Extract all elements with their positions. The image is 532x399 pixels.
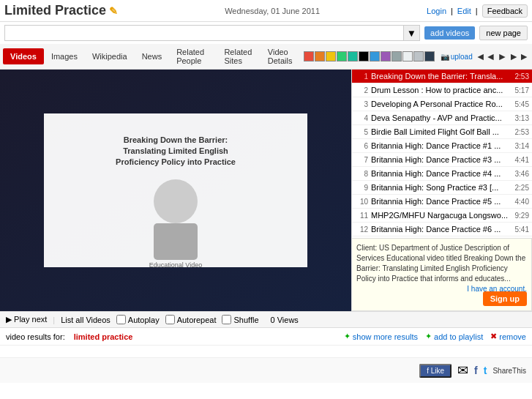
facebook-share-btn[interactable]: f	[474, 365, 478, 376]
autorepeat-checkbox[interactable]	[165, 315, 175, 324]
search-dropdown-btn[interactable]: ▼	[404, 25, 420, 41]
svg-text:Translating Limited English: Translating Limited English	[123, 146, 228, 155]
color-swatches	[304, 51, 435, 61]
playlist-item[interactable]: 1 Breaking Down the Barrier: Transla... …	[352, 70, 532, 83]
playlist-item-duration: 4:40	[515, 198, 529, 206]
play-btn[interactable]: ►	[497, 51, 507, 62]
search-input[interactable]	[4, 25, 404, 41]
video-player: Breaking Down the Barrier: Translating L…	[0, 70, 351, 311]
login-link[interactable]: Login	[427, 7, 446, 15]
app-title: Limited Practice ✎	[4, 3, 118, 18]
playlist-item[interactable]: 4 Deva Senapathy - AVP and Practic... 3:…	[352, 111, 532, 125]
tab-related-people[interactable]: Related People	[169, 44, 217, 69]
playlist-item-duration: 9:29	[515, 212, 529, 220]
edit-pencil-icon[interactable]: ✎	[109, 5, 118, 17]
color-swatch-3[interactable]	[337, 51, 347, 61]
controls-bar: ▶ Play next | List all Videos Autoplay A…	[0, 311, 532, 328]
playlist-item-num: 10	[355, 198, 368, 206]
search-container: ▼	[4, 25, 420, 41]
share-this-btn[interactable]: ShareThis	[492, 367, 526, 375]
prev-btn[interactable]: ◄◄	[476, 51, 496, 62]
autoplay-control[interactable]: Autoplay	[116, 315, 160, 324]
edit-link[interactable]: Edit	[457, 7, 471, 15]
playlist-item[interactable]: 6 Britannia High: Dance Practice #1 ... …	[352, 139, 532, 153]
add-videos-button[interactable]: add videos	[424, 26, 475, 40]
facebook-like-btn[interactable]: f Like	[419, 364, 452, 378]
playlist-item-num: 11	[355, 212, 368, 220]
playlist-item-title: Britannia High: Dance Practice #5 ...	[368, 197, 515, 206]
add-to-playlist-link[interactable]: ✦ add to playlist	[425, 332, 483, 341]
playlist-item-title: Drum Lesson : How to practice anc...	[368, 86, 515, 94]
playlist-item[interactable]: 10 Britannia High: Dance Practice #5 ...…	[352, 195, 532, 209]
playlist-item[interactable]: 9 Britannia High: Song Practice #3 [... …	[352, 181, 532, 195]
playlist-item-num: 8	[355, 170, 368, 178]
playlist-item-title: Britannia High: Dance Practice #3 ...	[368, 155, 515, 164]
signup-button[interactable]: Sign up	[483, 291, 527, 306]
svg-rect-6	[154, 223, 198, 260]
tab-news[interactable]: News	[135, 48, 170, 64]
color-swatch-9[interactable]	[402, 51, 413, 61]
video-placeholder: Breaking Down the Barrier: Translating L…	[0, 70, 351, 311]
twitter-btn[interactable]: t	[484, 365, 487, 376]
thumbnails-container	[0, 346, 532, 357]
list-all-control[interactable]: List all Videos	[61, 316, 110, 324]
color-swatch-7[interactable]	[381, 51, 391, 61]
play-next-label: ▶ Play next	[6, 315, 47, 324]
shuffle-label: Shuffle	[233, 316, 258, 324]
upload-btn[interactable]: 📷 upload	[441, 53, 473, 61]
playlist-item[interactable]: 11 MHP2G/MHFU Nargacuga Longswo... 9:29	[352, 209, 532, 223]
color-swatch-2[interactable]	[326, 51, 336, 61]
nav-right-controls: 📷 upload ◄◄ ► ►►	[304, 51, 529, 62]
play-next-control[interactable]: ▶ Play next	[6, 315, 47, 324]
remove-icon: ✖	[490, 332, 497, 341]
svg-text:Breaking Down the Barrier:: Breaking Down the Barrier:	[124, 135, 228, 144]
tab-images[interactable]: Images	[44, 48, 85, 64]
shuffle-checkbox[interactable]	[222, 315, 231, 324]
tab-videos[interactable]: Videos	[3, 48, 44, 64]
svg-text:Educational Video: Educational Video	[149, 261, 202, 269]
new-page-button[interactable]: new page	[479, 26, 528, 40]
color-swatch-1[interactable]	[315, 51, 325, 61]
color-swatch-8[interactable]	[391, 51, 402, 61]
color-swatch-4[interactable]	[348, 51, 358, 61]
next-btn[interactable]: ►►	[509, 51, 529, 62]
autoplay-checkbox[interactable]	[116, 315, 126, 324]
upload-label: upload	[451, 53, 473, 61]
add-to-playlist-label: add to playlist	[434, 332, 483, 341]
feedback-button[interactable]: Feedback	[482, 4, 528, 18]
tab-wikipedia[interactable]: Wikipedia	[85, 48, 135, 64]
header-actions: Login | Edit | Feedback	[427, 4, 528, 18]
playlist-item-num: 6	[355, 142, 368, 150]
playlist-item[interactable]: 3 Developing A Personal Practice Ro... 5…	[352, 97, 532, 111]
header: Limited Practice ✎ Wednesday, 01 June 20…	[0, 0, 532, 22]
color-swatch-6[interactable]	[370, 51, 380, 61]
list-all-label: List all Videos	[61, 316, 110, 324]
shuffle-control[interactable]: Shuffle	[222, 315, 258, 324]
playlist-item[interactable]: 5 Birdie Ball Limited Flight Golf Ball .…	[352, 125, 532, 139]
playlist-item[interactable]: 8 Britannia High: Dance Practice #4 ... …	[352, 167, 532, 181]
color-swatch-10[interactable]	[413, 51, 424, 61]
header-date: Wednesday, 01 June 2011	[225, 7, 320, 15]
results-header: video results for: limited practice ✦ sh…	[0, 328, 532, 346]
autorepeat-control[interactable]: Autorepeat	[165, 315, 217, 324]
playlist-item[interactable]: 12 Britannia High: Dance Practice #6 ...…	[352, 223, 532, 236]
playlist-item-title: MHP2G/MHFU Nargacuga Longswo...	[368, 211, 515, 220]
playlist-item-num: 5	[355, 128, 368, 136]
tab-related-sites[interactable]: Related Sites	[217, 44, 260, 69]
search-row: ▼ add videos new page	[0, 22, 532, 44]
playlist-item-duration: 5:17	[515, 86, 529, 94]
description-text: Client: US Department of Justice Descrip…	[356, 244, 525, 283]
color-swatch-11[interactable]	[424, 51, 435, 61]
tweet-btn[interactable]: ✉	[457, 362, 468, 379]
autorepeat-label: Autorepeat	[177, 316, 217, 324]
playlist-item[interactable]: 2 Drum Lesson : How to practice anc... 5…	[352, 83, 532, 97]
playlist-item-num: 3	[355, 100, 368, 108]
title-text: Limited Practice	[4, 3, 106, 18]
color-swatch-5[interactable]	[359, 51, 369, 61]
playlist-item-title: Britannia High: Dance Practice #1 ...	[368, 141, 515, 150]
show-more-link[interactable]: ✦ show more results	[344, 332, 418, 341]
playlist-item[interactable]: 7 Britannia High: Dance Practice #3 ... …	[352, 153, 532, 167]
color-swatch-0[interactable]	[304, 51, 314, 61]
tab-video-details[interactable]: Video Details	[261, 44, 304, 69]
remove-link[interactable]: ✖ remove	[490, 332, 526, 341]
